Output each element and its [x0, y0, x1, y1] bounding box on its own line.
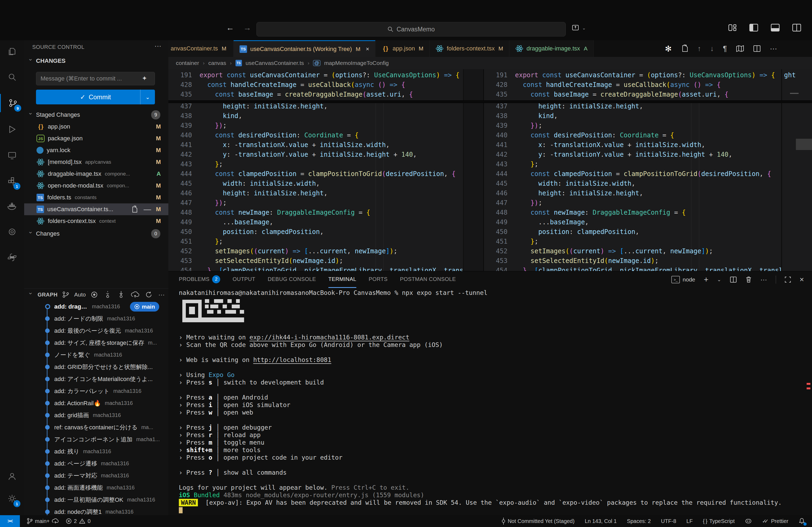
commit-row[interactable]: add: ノードの制限macha1316 [24, 313, 168, 325]
command-center-search[interactable]: CanvasMemo [257, 22, 566, 36]
terminal-link[interactable]: http://localhost:8081 [253, 356, 331, 363]
diff-pane-original[interactable]: 191export const useCanvasContainer = (op… [168, 69, 463, 271]
terminal-output[interactable]: nakatanihiromasa@nakatanihiromasanoMacBo… [179, 289, 804, 513]
file-row[interactable]: JSpackage.jsonM [24, 133, 168, 144]
toggle-sidebar-icon[interactable] [749, 24, 758, 32]
activity-run-and-debug[interactable] [0, 120, 24, 138]
generate-message-icon[interactable]: ✦ [142, 75, 147, 82]
toggle-panel-icon[interactable] [771, 24, 780, 32]
customize-layout-icon[interactable] [728, 24, 737, 32]
close-panel-icon[interactable]: × [800, 275, 804, 284]
open-changes-icon[interactable] [681, 45, 688, 52]
more-icon[interactable]: ··· [158, 291, 164, 298]
activity-settings[interactable]: 1 [0, 490, 24, 508]
activity-explorer[interactable] [0, 43, 24, 61]
activity-remote-explorer[interactable] [0, 146, 24, 165]
collapsed-region-separator[interactable] [168, 100, 812, 103]
commit-row[interactable]: add: 画面遷移機能macha1316 [24, 482, 168, 494]
activity-source-control[interactable]: 9 [0, 94, 25, 112]
trash-icon[interactable] [745, 276, 752, 283]
file-row[interactable]: folders-context.tsxcontextM [24, 215, 168, 227]
graph-section-header[interactable]: › GRAPH Auto ··· [24, 288, 168, 301]
copilot-icon[interactable] [745, 518, 752, 524]
commit-row[interactable]: add: サイズ, 座標をstorageに保存m... [24, 337, 168, 349]
back-arrow-icon[interactable]: ← [226, 23, 234, 32]
arrow-up-icon[interactable]: ↑ [698, 45, 701, 53]
commit-row[interactable]: アイコンコンポーネント追加macha1... [24, 433, 168, 446]
diff-pane-modified[interactable]: 191export const useCanvasContainer = (op… [484, 69, 781, 271]
commit-row[interactable]: add: GRID部分でせけると状態解除... [24, 361, 168, 373]
activity-search[interactable] [0, 68, 24, 86]
forward-arrow-icon[interactable]: → [243, 23, 251, 32]
panel-tab-output[interactable]: OUTPUT [233, 271, 255, 288]
indentation[interactable]: Spaces: 2 [627, 518, 651, 524]
file-row[interactable]: TSfolders.tsconstantsM [24, 192, 168, 204]
more-icon[interactable]: ··· [770, 45, 777, 53]
push-cloud-icon[interactable] [131, 291, 139, 298]
file-row[interactable]: yarn.lockM [24, 144, 168, 156]
screen-share-button[interactable]: ⌄ [572, 24, 586, 32]
file-row[interactable]: open-node-modal.tsxcompon...M [24, 180, 168, 192]
graph-auto-label[interactable]: Auto [74, 291, 86, 298]
panel-tab-problems[interactable]: PROBLEMS2 [179, 271, 220, 288]
commit-status[interactable]: Not Committed Yet (Staged) [501, 517, 575, 525]
commit-button[interactable]: ✓Commit ⌄ [36, 90, 155, 104]
branch-badge[interactable]: main [130, 302, 159, 312]
editor-tab[interactable]: TSuseCanvasContainer.ts (Working Tree)M× [234, 40, 375, 57]
problems-status[interactable]: 2 0 [66, 518, 90, 524]
commit-row[interactable]: add: 一旦初期値の調整OKmacha1316 [24, 494, 168, 506]
toggle-secondary-sidebar-icon[interactable] [792, 24, 801, 32]
commit-row[interactable]: add: アイコンをMaterialIcon使うよ... [24, 373, 168, 385]
fetch-icon[interactable] [104, 291, 112, 299]
cursor-position[interactable]: Ln 143, Col 1 [585, 518, 617, 524]
section-changes[interactable]: ›CHANGES [24, 55, 168, 66]
commit-row[interactable]: add: draggabletextmacha1316main [24, 301, 168, 313]
encoding[interactable]: UTF-8 [661, 518, 677, 524]
chatgpt-icon[interactable]: ✻ [665, 44, 671, 54]
map-icon[interactable] [736, 45, 744, 52]
target-icon[interactable] [90, 291, 98, 298]
eol[interactable]: LF [686, 518, 693, 524]
editor-tab[interactable]: draggable-image.tsxA [509, 40, 594, 57]
remote-indicator[interactable]: >< [0, 515, 20, 527]
file-row[interactable]: { }app.jsonM [24, 121, 168, 133]
file-row[interactable]: [memoId].tsxapp/canvasM [24, 156, 168, 168]
pull-icon[interactable] [117, 291, 125, 299]
commit-row[interactable]: add: カラーパレットmacha1316 [24, 385, 168, 397]
activity-docker[interactable] [0, 197, 24, 215]
commit-row[interactable]: add: nodeの調整1macha1316 [24, 506, 168, 515]
terminal-link[interactable]: exp://ihk44-i-hiromacha1116-8081.exp.dir… [249, 334, 409, 341]
scrollbar-thumb[interactable] [796, 139, 812, 150]
commit-row[interactable]: add: テーマ対応macha1316 [24, 470, 168, 482]
commit-row[interactable]: add: 残りmacha1316 [24, 446, 168, 457]
pilcrow-icon[interactable]: ¶ [723, 45, 727, 53]
activity-ring[interactable] [0, 223, 24, 241]
section-staged-changes[interactable]: ›Staged Changes9 [24, 109, 168, 120]
branch-status[interactable]: main+ [27, 518, 59, 524]
editor-tab[interactable]: anvasContainer.tsM [168, 40, 234, 57]
commit-row[interactable]: ref: canvasをcontainerに分けるma... [24, 421, 168, 433]
more-actions-icon[interactable]: ··· [155, 42, 161, 50]
arrow-down-icon[interactable]: ↓ [710, 45, 714, 53]
file-row[interactable]: draggable-image.tsxcompone...A [24, 168, 168, 180]
diff-editor[interactable]: 191export const useCanvasContainer = (op… [168, 69, 812, 271]
split-editor-icon[interactable] [753, 45, 761, 52]
notifications-bell[interactable] [799, 517, 805, 525]
diff-sash[interactable] [463, 69, 484, 271]
editor-tab[interactable]: { }app.jsonM [375, 40, 430, 57]
maximize-panel-icon[interactable] [785, 276, 791, 283]
split-terminal-icon[interactable] [730, 276, 737, 283]
add-terminal-icon[interactable]: + [704, 275, 709, 284]
language-mode[interactable]: { }TypeScript [703, 518, 735, 524]
panel-tab-debug-console[interactable]: DEBUG CONSOLE [268, 271, 316, 288]
refresh-icon[interactable] [145, 291, 152, 298]
terminal-instance[interactable]: >_node [671, 276, 695, 283]
commit-row[interactable]: add: ActionRail🔥macha1316 [24, 397, 168, 409]
commit-row[interactable]: add: 最後のページを復元macha1316 [24, 325, 168, 337]
commit-message-input[interactable] [36, 72, 155, 85]
commit-dropdown[interactable]: ⌄ [140, 90, 155, 104]
section-changes-list[interactable]: ›Changes0 [24, 228, 168, 239]
dropdown-icon[interactable]: ⌄ [717, 277, 721, 283]
panel-tab-ports[interactable]: PORTS [369, 271, 388, 288]
formatter-status[interactable]: ✓✓Prettier [762, 518, 788, 524]
